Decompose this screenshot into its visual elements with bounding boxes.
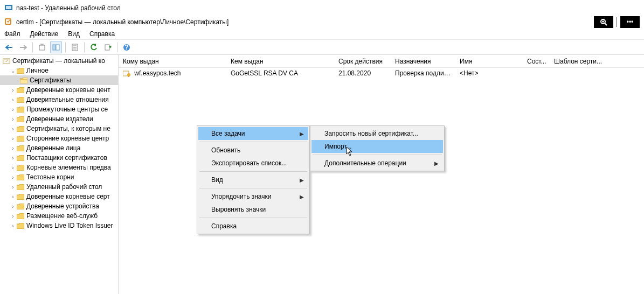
tree-panel[interactable]: Сертификаты — локальный ко ⌄ Личное Серт… — [0, 55, 119, 294]
chevron-right-icon[interactable]: › — [10, 87, 16, 93]
forward-button[interactable] — [17, 41, 29, 53]
cell-purposes: Проверка подлин... — [391, 69, 455, 77]
tb-cut-button[interactable] — [36, 41, 48, 53]
tree-root[interactable]: Сертификаты — локальный ко — [0, 56, 118, 66]
mmc-title: certlm - [Сертификаты — локальный компью… — [16, 18, 228, 26]
chevron-right-icon[interactable]: › — [10, 116, 16, 122]
folder-icon — [16, 164, 25, 171]
chevron-right-icon[interactable]: › — [10, 204, 16, 209]
folder-icon — [16, 154, 25, 162]
tree-smartcard-trusted-roots[interactable]: ›Доверенные корневые серт — [0, 192, 118, 201]
menu-action[interactable]: Действие — [30, 30, 59, 38]
tb-help-button[interactable]: ? — [121, 41, 133, 53]
folder-icon — [16, 222, 25, 229]
chevron-right-icon[interactable]: › — [10, 126, 16, 132]
folder-icon — [16, 144, 25, 152]
tree-test-roots[interactable]: ›Тестовые корни — [0, 172, 118, 182]
expander-icon[interactable]: ⌄ — [10, 68, 16, 74]
chevron-right-icon[interactable]: › — [10, 145, 16, 151]
tree-untrusted-certs[interactable]: ›Сертификаты, к которым не — [0, 124, 118, 134]
chevron-right-icon[interactable]: › — [10, 97, 16, 103]
tree-trusted-devices[interactable]: ›Доверенные устройства — [0, 201, 118, 211]
chevron-right-icon[interactable]: › — [10, 107, 16, 113]
chevron-right-icon[interactable]: › — [10, 174, 16, 180]
back-button[interactable] — [3, 41, 15, 53]
toolbar: ? — [0, 40, 644, 55]
menu-help[interactable]: Справка — [198, 220, 308, 233]
menu-bar: Файл Действие Вид Справка — [0, 28, 644, 40]
chevron-right-icon[interactable]: › — [10, 184, 16, 190]
tree-trusted-root-ca[interactable]: ›Доверенные корневые цент — [0, 85, 118, 95]
folder-icon — [16, 106, 25, 113]
menu-align-icons[interactable]: Выровнять значки — [198, 203, 308, 216]
menu-export-list[interactable]: Экспортировать список... — [198, 157, 308, 170]
zoom-button[interactable] — [594, 16, 613, 28]
cert-row[interactable]: wf.easypos.tech GoGetSSL RSA DV CA 21.08… — [119, 68, 644, 79]
chevron-right-icon[interactable]: › — [10, 136, 16, 142]
menu-view[interactable]: Вид ▶ — [198, 173, 308, 186]
chevron-right-icon[interactable]: › — [10, 223, 16, 229]
mmc-title-row: certlm - [Сертификаты — локальный компью… — [0, 16, 644, 28]
chevron-right-icon[interactable]: › — [10, 165, 16, 171]
tree-windows-live-id[interactable]: ›Windows Live ID Token Issuer — [0, 221, 118, 230]
rdp-icon — [4, 4, 13, 12]
chevron-right-icon[interactable]: › — [10, 194, 16, 200]
folder-icon — [16, 125, 25, 132]
tree-trusted-people[interactable]: ›Доверенные лица — [0, 143, 118, 153]
tree-intermediate-ca[interactable]: ›Промежуточные центры се — [0, 104, 118, 114]
folder-icon — [16, 67, 25, 74]
tb-export-button[interactable] — [102, 41, 114, 53]
rdp-title: nas-test - Удаленный рабочий стол — [16, 4, 121, 12]
submenu-arrow-icon: ▶ — [434, 160, 439, 166]
folder-icon — [16, 193, 25, 200]
tree-certificates-label: Сертификаты — [30, 76, 71, 84]
col-purposes[interactable]: Назначения — [391, 58, 455, 65]
menu-all-tasks-label: Все задачи — [211, 130, 245, 137]
tree-third-party-root-ca[interactable]: ›Сторонние корневые центр — [0, 134, 118, 143]
menu-request-new-cert[interactable]: Запросить новый сертификат... — [311, 127, 443, 140]
svg-rect-1 — [6, 6, 11, 9]
rdp-title-bar: nas-test - Удаленный рабочий стол — [0, 0, 644, 16]
menu-separator — [199, 171, 307, 172]
col-template[interactable]: Шаблон серти... — [550, 58, 644, 65]
col-issued-by[interactable]: Кем выдан — [226, 58, 334, 65]
folder-icon — [16, 173, 25, 181]
tree-certificates[interactable]: Сертификаты — [0, 75, 118, 85]
menu-separator — [199, 142, 307, 142]
menu-all-tasks[interactable]: Все задачи ▶ — [198, 127, 308, 140]
svg-rect-17 — [105, 45, 109, 50]
menu-view[interactable]: Вид — [68, 30, 80, 38]
tb-refresh-button[interactable] — [88, 41, 100, 53]
menu-help[interactable]: Справка — [89, 30, 115, 38]
menu-additional-ops[interactable]: Дополнительные операции ▶ — [311, 157, 443, 170]
tb-properties-button[interactable] — [69, 41, 81, 53]
tree-web-hosting[interactable]: ›Размещение веб-служб — [0, 211, 118, 221]
menu-import[interactable]: Импорт... — [311, 140, 443, 153]
more-button[interactable]: ••• — [620, 16, 640, 28]
menu-file[interactable]: Файл — [4, 30, 20, 38]
main-area: Сертификаты — локальный ко ⌄ Личное Серт… — [0, 55, 644, 294]
tb-show-hide-button[interactable] — [50, 41, 62, 53]
menu-arrange-icons[interactable]: Упорядочить значки ▶ — [198, 190, 308, 203]
submenu-arrow-icon: ▶ — [300, 131, 304, 137]
folder-icon — [16, 86, 25, 94]
tree-client-auth-issuers[interactable]: ›Поставщики сертификатов — [0, 153, 118, 163]
submenu-arrow-icon: ▶ — [300, 194, 304, 200]
col-expires[interactable]: Срок действия — [334, 58, 391, 65]
col-name[interactable]: Имя — [455, 58, 523, 65]
tree-personal[interactable]: ⌄ Личное — [0, 66, 118, 75]
cell-issued-by: GoGetSSL RSA DV CA — [226, 69, 334, 77]
chevron-right-icon[interactable]: › — [10, 155, 16, 161]
column-headers: Кому выдан Кем выдан Срок действия Назна… — [119, 55, 644, 68]
tree-enterprise-trust[interactable]: ›Доверительные отношения — [0, 95, 118, 104]
tree-remote-desktop[interactable]: ›Удаленный рабочий стол — [0, 182, 118, 192]
tree-root-label: Сертификаты — локальный ко — [12, 57, 105, 65]
col-issued-to[interactable]: Кому выдан — [119, 58, 226, 65]
col-status[interactable]: Сост... — [523, 58, 550, 65]
tree-trusted-publishers[interactable]: ›Доверенные издатели — [0, 114, 118, 124]
chevron-right-icon[interactable]: › — [10, 213, 16, 219]
cell-issued-to: wf.easypos.tech — [134, 69, 181, 77]
svg-text:?: ? — [124, 44, 128, 51]
menu-refresh[interactable]: Обновить — [198, 144, 308, 157]
tree-preview-build-roots[interactable]: ›Корневые элементы предва — [0, 163, 118, 172]
